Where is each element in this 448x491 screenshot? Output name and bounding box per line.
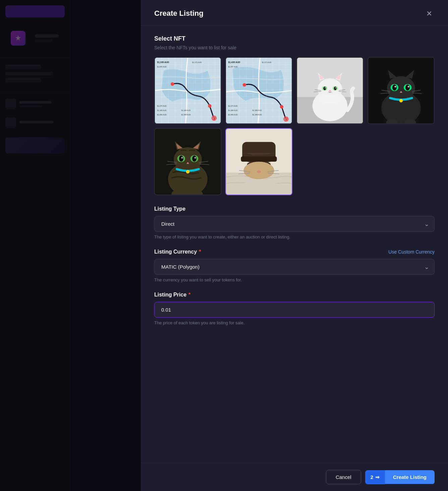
svg-text:$1,483 AUD: $1,483 AUD [228,114,238,116]
create-listing-button[interactable]: Create Listing [385,470,435,484]
svg-point-26 [283,116,289,122]
svg-text:$2,168 AUD: $2,168 AUD [181,109,190,111]
svg-point-79 [179,156,183,162]
svg-rect-15 [226,58,292,123]
nft-item-1[interactable]: $1,326 AUD $1,645 AUD $1,373 AUD $1,375 … [154,57,221,124]
create-listing-count-button[interactable]: 2 ⇒ [365,470,385,484]
svg-text:$1,368 AUD: $1,368 AUD [157,109,167,111]
nft-item-4[interactable] [368,57,435,124]
svg-text:$1,483 AUD: $1,483 AUD [157,114,167,116]
close-button[interactable] [424,8,435,19]
modal-overlay: Create Listing Select NFT Select the NFT… [0,0,448,491]
svg-text:$2,368 AUD: $2,368 AUD [252,109,262,111]
use-custom-currency-link[interactable]: Use Custom Currency [388,249,435,255]
svg-point-11 [208,104,211,108]
svg-point-59 [394,86,396,88]
svg-point-101 [257,170,261,173]
nft-item-5[interactable] [154,128,221,195]
svg-point-66 [399,99,403,102]
svg-point-88 [186,170,189,173]
select-nft-section: Select NFT Select the NFTs you want to l… [154,35,435,195]
svg-rect-1 [155,58,221,123]
svg-point-41 [325,88,326,89]
svg-point-39 [323,87,326,90]
nft-item-6[interactable] [225,128,292,195]
svg-rect-14 [226,58,292,123]
listing-type-hint: The type of listing you want to create, … [154,234,435,239]
svg-text:$1,375 AUD: $1,375 AUD [228,105,238,107]
svg-point-25 [280,105,283,108]
listing-type-select[interactable]: Direct Auction [154,216,435,232]
listing-currency-section: Listing Currency * Use Custom Currency M… [154,249,435,282]
svg-point-24 [243,83,246,87]
currency-required-star: * [199,249,201,255]
modal: Create Listing Select NFT Select the NFT… [141,0,448,491]
modal-title: Create Listing [154,9,204,18]
svg-point-12 [212,115,217,121]
listing-price-label: Listing Price * [154,292,435,298]
svg-point-82 [194,157,196,159]
listing-currency-hint: The currency you want to sell your token… [154,277,435,282]
modal-footer: Cancel 2 ⇒ Create Listing [141,463,448,491]
svg-point-81 [181,157,183,159]
svg-point-43 [329,90,331,92]
svg-point-42 [335,88,336,89]
listing-currency-select-wrapper: MATIC (Polygon) ETH USDC USDT ⌄ [154,259,435,275]
listing-type-section: Listing Type Direct Auction ⌄ The type o… [154,206,435,239]
nft-item-3[interactable] [296,57,363,124]
listing-type-select-wrapper: Direct Auction ⌄ [154,216,435,232]
svg-text:$1,448 AUD: $1,448 AUD [181,114,190,116]
nft-grid: $1,326 AUD $1,645 AUD $1,373 AUD $1,375 … [154,57,435,195]
listing-price-hint: The price of each token you are listing … [154,320,435,325]
select-nft-title: Select NFT [154,35,435,42]
svg-text:$1,375 AUD: $1,375 AUD [157,105,167,107]
count-arrow-icon: ⇒ [375,474,380,480]
listing-type-label: Listing Type [154,206,435,212]
svg-rect-95 [241,156,277,162]
svg-text:$1,547 AUD: $1,547 AUD [228,66,238,68]
nft-item-2[interactable]: $1,426 AUD $1,547 AUD $1,373 AUD $1,375 … [225,57,292,124]
svg-point-80 [192,156,197,162]
svg-rect-0 [155,58,221,123]
svg-text:$1,326 AUD: $1,326 AUD [157,61,169,64]
currency-header: Listing Currency * Use Custom Currency [154,249,435,255]
modal-body: Select NFT Select the NFTs you want to l… [141,26,448,463]
create-listing-button-group: 2 ⇒ Create Listing [365,470,435,484]
svg-text:$1,373 AUD: $1,373 AUD [262,61,271,63]
listing-currency-label: Listing Currency * [154,249,201,255]
svg-text:$1,368 AUD: $1,368 AUD [228,109,238,111]
listing-currency-select[interactable]: MATIC (Polygon) ETH USDC USDT [154,259,435,275]
count-label: 2 [371,474,373,480]
svg-point-60 [408,86,409,88]
svg-text:$1,426 AUD: $1,426 AUD [228,61,240,64]
cancel-button[interactable]: Cancel [326,470,361,484]
svg-point-58 [405,85,410,91]
svg-point-48 [321,95,339,104]
svg-point-40 [334,87,337,90]
select-nft-subtitle: Select the NFTs you want to list for sal… [154,45,435,50]
svg-text:$1,248 AUD: $1,248 AUD [252,114,262,116]
svg-text:$1,373 AUD: $1,373 AUD [192,61,202,63]
svg-text:!: ! [285,118,286,121]
svg-point-57 [392,85,397,91]
svg-text:$1,645 AUD: $1,645 AUD [157,66,167,68]
price-required-star: * [188,292,190,298]
modal-header: Create Listing [141,0,448,26]
listing-price-input[interactable] [154,302,435,318]
svg-text:!: ! [213,117,214,120]
svg-point-10 [171,82,174,86]
listing-price-section: Listing Price * The price of each token … [154,292,435,325]
